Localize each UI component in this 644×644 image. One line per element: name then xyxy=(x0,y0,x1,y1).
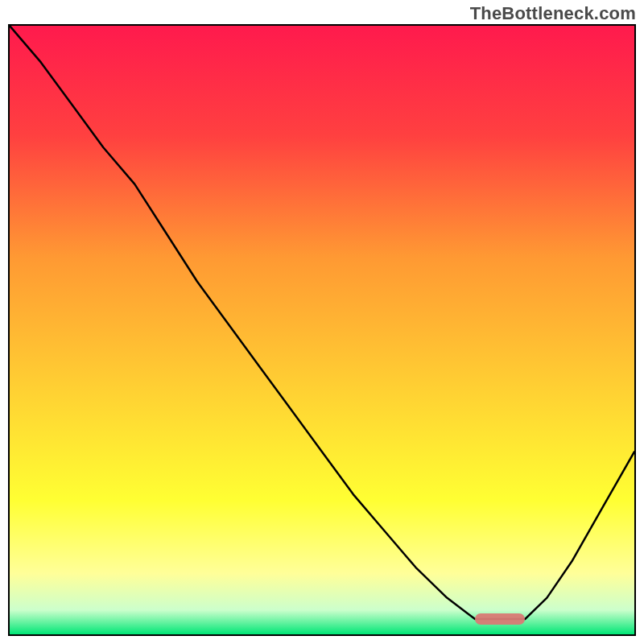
chart-container: TheBottleneck.com xyxy=(0,0,644,644)
optimal-marker xyxy=(475,613,525,625)
plot-area xyxy=(8,24,636,636)
watermark-text: TheBottleneck.com xyxy=(470,3,636,24)
bottleneck-curve xyxy=(10,26,634,634)
